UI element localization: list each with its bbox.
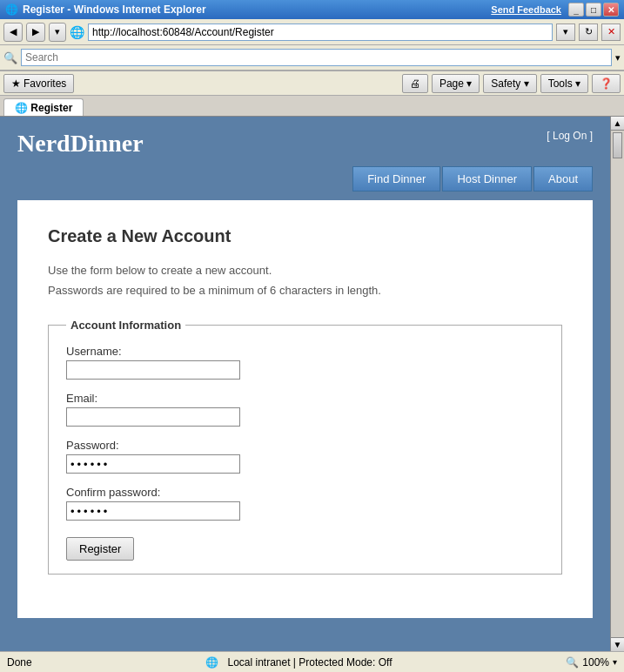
refresh-button[interactable]: ↻	[579, 24, 598, 41]
email-row: Email:	[66, 392, 544, 427]
window-title: Register - Windows Internet Explorer	[23, 3, 206, 16]
account-info-fieldset: Account Information Username: Email: Pas…	[48, 319, 562, 575]
username-input[interactable]	[66, 360, 240, 380]
email-label: Email:	[66, 392, 544, 405]
send-feedback-link[interactable]: Send Feedback	[491, 4, 561, 15]
content-area: Create a New Account Use the form below …	[17, 200, 593, 618]
email-input[interactable]	[66, 407, 240, 427]
tools-menu[interactable]: Tools ▾	[540, 74, 588, 93]
forward-button[interactable]: ▶	[26, 23, 45, 42]
form-desc2: Passwords are required to be a minimum o…	[48, 284, 562, 297]
nav-bar: Find Dinner Host Dinner About	[0, 166, 610, 200]
password-input[interactable]	[66, 454, 240, 474]
go-button[interactable]: ▾	[556, 24, 575, 41]
page-wrapper: NerdDinner [ Log On ] Find Dinner Host D…	[0, 117, 610, 651]
help-button[interactable]: ❓	[592, 74, 621, 93]
scrollbar[interactable]: ▲ ▼	[610, 117, 624, 651]
zoom-dropdown[interactable]: ▾	[613, 657, 617, 667]
address-input[interactable]	[88, 24, 553, 41]
form-desc1: Use the form below to create a new accou…	[48, 264, 562, 277]
status-middle: Local intranet | Protected Mode: Off	[227, 656, 392, 669]
username-label: Username:	[66, 345, 544, 358]
search-dropdown-icon[interactable]: ▾	[615, 52, 621, 64]
page-header: NerdDinner [ Log On ]	[0, 117, 610, 166]
status-done: Done	[7, 656, 32, 669]
search-bar: 🔍 ▾	[0, 45, 624, 71]
stop-button[interactable]: ✕	[601, 24, 621, 41]
form-title: Create a New Account	[48, 226, 562, 246]
fieldset-legend: Account Information	[66, 319, 185, 332]
dropdown-button[interactable]: ▾	[49, 23, 66, 42]
host-dinner-button[interactable]: Host Dinner	[442, 166, 532, 192]
tab-icon: 🌐	[15, 102, 28, 114]
confirm-label: Confirm password:	[66, 486, 544, 499]
browser-icon: 🌐	[5, 3, 18, 16]
about-button[interactable]: About	[533, 166, 593, 192]
tab-register[interactable]: 🌐 Register	[3, 98, 84, 116]
star-icon: ★	[11, 77, 21, 90]
address-bar: ◀ ▶ ▾ 🌐 ▾ ↻ ✕	[0, 19, 624, 45]
toolbar: ★ Favorites 🖨 Page ▾ Safety ▾ Tools ▾ ❓	[0, 71, 624, 96]
tab-bar: 🌐 Register	[0, 96, 624, 117]
log-on-link[interactable]: [ Log On ]	[547, 130, 593, 142]
browser-content: NerdDinner [ Log On ] Find Dinner Host D…	[0, 117, 624, 651]
confirm-password-row: Confirm password:	[66, 486, 544, 521]
site-title: NerdDinner	[17, 130, 144, 158]
close-button[interactable]: ✕	[603, 3, 619, 17]
status-bar: Done 🌐 Local intranet | Protected Mode: …	[0, 651, 624, 672]
zoom-icon: 🔍	[566, 656, 579, 669]
register-button[interactable]: Register	[66, 537, 134, 561]
favorites-button[interactable]: ★ Favorites	[3, 74, 74, 93]
zoom-level: 100%	[582, 656, 609, 669]
confirm-password-input[interactable]	[66, 501, 240, 521]
title-bar: 🌐 Register - Windows Internet Explorer S…	[0, 0, 624, 19]
username-row: Username:	[66, 345, 544, 380]
minimize-button[interactable]: _	[568, 3, 584, 17]
find-dinner-button[interactable]: Find Dinner	[352, 166, 440, 192]
safety-menu[interactable]: Safety ▾	[483, 74, 536, 93]
back-button[interactable]: ◀	[3, 23, 23, 42]
print-icon-btn[interactable]: 🖨	[402, 74, 428, 93]
password-row: Password:	[66, 439, 544, 474]
page-menu[interactable]: Page ▾	[432, 74, 480, 93]
password-label: Password:	[66, 439, 544, 452]
status-globe-icon: 🌐	[205, 656, 218, 669]
maximize-button[interactable]: □	[586, 3, 601, 17]
ie-icon: 🌐	[70, 25, 84, 39]
search-input[interactable]	[21, 49, 612, 66]
search-icon: 🔍	[3, 51, 17, 64]
